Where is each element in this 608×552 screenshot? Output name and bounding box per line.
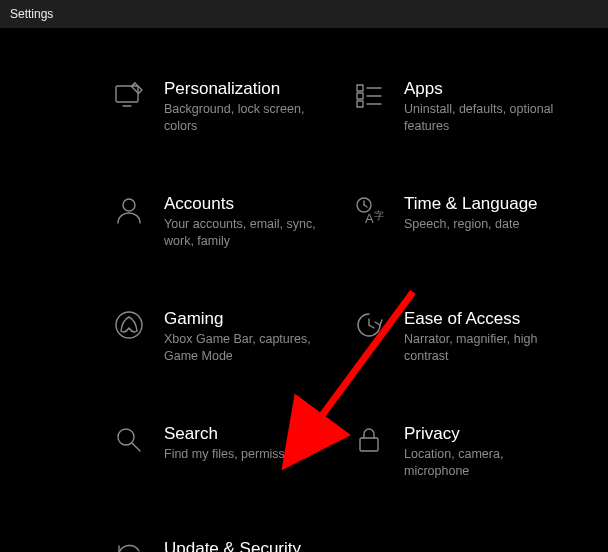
svg-rect-5: [357, 101, 363, 107]
svg-line-17: [369, 325, 374, 328]
tile-accounts[interactable]: Accounts Your accounts, email, sync, wor…: [112, 193, 328, 250]
tile-description: Xbox Game Bar, captures, Game Mode: [164, 331, 328, 365]
tile-personalization[interactable]: Personalization Background, lock screen,…: [112, 78, 328, 135]
svg-point-15: [116, 312, 142, 338]
svg-line-12: [364, 205, 367, 207]
tile-title: Search: [164, 423, 308, 444]
tile-description: Your accounts, email, sync, work, family: [164, 216, 328, 250]
tile-description: Uninstall, defaults, optional features: [404, 101, 568, 135]
tile-title: Accounts: [164, 193, 328, 214]
update-security-icon: [112, 538, 146, 552]
apps-icon: [352, 78, 386, 112]
accounts-icon: [112, 193, 146, 227]
svg-rect-20: [360, 438, 378, 451]
tile-description: Background, lock screen, colors: [164, 101, 328, 135]
ease-of-access-icon: [352, 308, 386, 342]
gaming-icon: [112, 308, 146, 342]
tile-title: Gaming: [164, 308, 328, 329]
tile-time-language[interactable]: A 字 Time & Language Speech, region, date: [352, 193, 568, 250]
tile-gaming[interactable]: Gaming Xbox Game Bar, captures, Game Mod…: [112, 308, 328, 365]
tile-title: Time & Language: [404, 193, 538, 214]
tile-ease-of-access[interactable]: Ease of Access Narrator, magnifier, high…: [352, 308, 568, 365]
svg-text:字: 字: [374, 210, 384, 221]
tile-title: Ease of Access: [404, 308, 568, 329]
tile-description: Narrator, magnifier, high contrast: [404, 331, 568, 365]
tile-privacy[interactable]: Privacy Location, camera, microphone: [352, 423, 568, 480]
tile-update-security[interactable]: Update & Security Windows Update, recove…: [112, 538, 328, 552]
svg-text:A: A: [365, 211, 374, 226]
tile-description: Find my files, permissions: [164, 446, 308, 463]
privacy-icon: [352, 423, 386, 457]
tile-description: Location, camera, microphone: [404, 446, 568, 480]
svg-rect-4: [357, 93, 363, 99]
tile-search[interactable]: Search Find my files, permissions: [112, 423, 328, 480]
tile-title: Personalization: [164, 78, 328, 99]
tile-title: Privacy: [404, 423, 568, 444]
svg-rect-0: [116, 86, 138, 102]
personalization-icon: [112, 78, 146, 112]
window-title: Settings: [10, 7, 53, 21]
search-icon: [112, 423, 146, 457]
time-language-icon: A 字: [352, 193, 386, 227]
tile-apps[interactable]: Apps Uninstall, defaults, optional featu…: [352, 78, 568, 135]
svg-line-19: [132, 443, 140, 451]
svg-point-9: [123, 199, 135, 211]
titlebar: Settings: [0, 0, 608, 28]
tile-description: Speech, region, date: [404, 216, 538, 233]
tile-title: Apps: [404, 78, 568, 99]
tile-title: Update & Security: [164, 538, 328, 552]
settings-categories: Personalization Background, lock screen,…: [0, 28, 608, 552]
svg-rect-3: [357, 85, 363, 91]
